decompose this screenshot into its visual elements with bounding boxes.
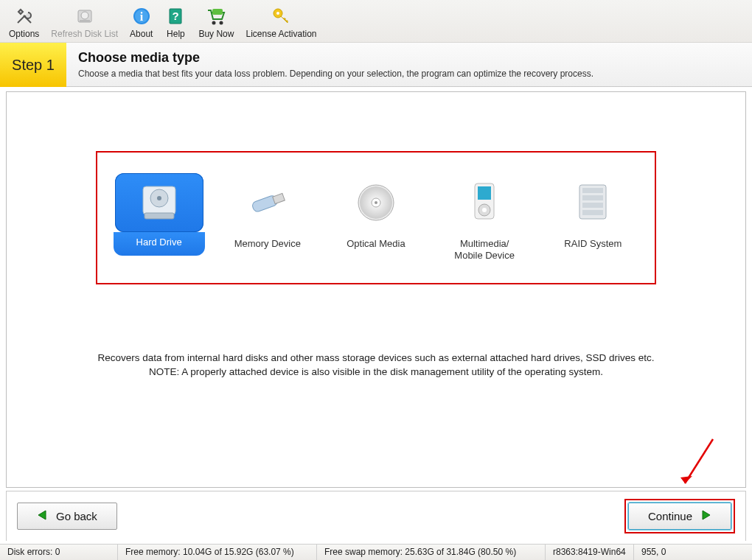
- svg-rect-2: [80, 20, 90, 22]
- cart-icon: [205, 5, 227, 27]
- status-swap-memory: Free swap memory: 25.63G of 31.84G (80.5…: [317, 545, 546, 560]
- media-optical[interactable]: Optical Media: [330, 173, 422, 262]
- usb-stick-icon: [223, 173, 312, 232]
- step-number: Step 1: [0, 43, 66, 87]
- refresh-label: Refresh Disk List: [51, 29, 118, 39]
- svg-point-9: [220, 21, 223, 25]
- svg-rect-29: [582, 195, 603, 200]
- drive-refresh-icon: [74, 5, 96, 27]
- key-icon: [270, 5, 292, 27]
- media-hard-drive-label: Hard Drive: [114, 232, 205, 256]
- go-back-button[interactable]: Go back: [17, 503, 117, 530]
- media-raid[interactable]: RAID System: [547, 173, 638, 262]
- svg-rect-28: [582, 188, 603, 193]
- svg-point-15: [157, 196, 161, 200]
- raid-icon: [549, 173, 637, 232]
- status-free-memory: Free memory: 10.04G of 15.92G (63.07 %): [118, 545, 317, 560]
- hard-drive-icon: [115, 173, 203, 232]
- license-label: License Activation: [246, 29, 316, 39]
- media-mobile[interactable]: Multimedia/ Mobile Device: [439, 173, 530, 262]
- help-icon: ?: [164, 5, 187, 27]
- help-label: Help: [167, 29, 185, 39]
- step-header: Step 1 Choose media type Choose a media …: [0, 43, 752, 87]
- annotation-arrow-icon: [676, 435, 720, 496]
- svg-line-32: [685, 439, 713, 483]
- arrow-left-icon: [37, 509, 49, 523]
- step-subtitle: Choose a media that best fits your data …: [78, 69, 593, 79]
- status-coords: 955, 0: [634, 545, 752, 560]
- media-description: Recovers data from internal hard disks a…: [59, 351, 693, 379]
- svg-rect-10: [212, 9, 223, 15]
- buy-now-button[interactable]: Buy Now: [192, 3, 240, 41]
- options-button[interactable]: Options: [3, 3, 45, 41]
- media-mobile-label: Multimedia/ Mobile Device: [439, 238, 530, 262]
- svg-point-8: [212, 21, 216, 25]
- ipod-icon: [440, 173, 529, 232]
- svg-point-1: [81, 12, 88, 19]
- main-panel: Hard Drive Memory Device Optical Media M…: [6, 91, 746, 488]
- nav-row: Go back Continue: [6, 491, 746, 541]
- media-memory-device[interactable]: Memory Device: [222, 173, 313, 262]
- media-raid-label: RAID System: [547, 238, 638, 250]
- svg-point-12: [276, 12, 279, 15]
- svg-point-26: [482, 208, 487, 212]
- media-hard-drive[interactable]: Hard Drive: [114, 173, 205, 262]
- go-back-label: Go back: [56, 510, 97, 522]
- help-button[interactable]: ? Help: [159, 3, 192, 41]
- buynow-label: Buy Now: [198, 29, 234, 39]
- continue-button[interactable]: Continue: [628, 503, 731, 530]
- info-icon: i: [130, 5, 153, 27]
- continue-label: Continue: [648, 510, 692, 522]
- status-bar: Disk errors: 0 Free memory: 10.04G of 15…: [0, 544, 752, 560]
- disc-icon: [332, 173, 420, 232]
- svg-marker-33: [680, 476, 692, 483]
- svg-point-22: [375, 201, 377, 204]
- arrow-right-icon: [700, 509, 711, 523]
- media-memory-label: Memory Device: [222, 238, 313, 250]
- step-title: Choose media type: [78, 50, 593, 66]
- tools-icon: [13, 5, 35, 27]
- svg-text:?: ?: [173, 10, 179, 22]
- svg-rect-31: [582, 210, 603, 215]
- status-build: r8363:8419-Win64: [546, 545, 634, 560]
- status-disk-errors: Disk errors: 0: [0, 545, 118, 560]
- about-button[interactable]: i About: [124, 3, 159, 41]
- svg-rect-18: [273, 193, 285, 203]
- svg-text:i: i: [140, 10, 144, 23]
- options-label: Options: [9, 29, 39, 39]
- svg-rect-30: [582, 203, 603, 208]
- toolbar: Options Refresh Disk List i About ? Help…: [0, 0, 752, 43]
- about-label: About: [130, 29, 153, 39]
- media-type-group: Hard Drive Memory Device Optical Media M…: [96, 151, 656, 284]
- svg-rect-16: [145, 213, 174, 219]
- svg-marker-35: [703, 511, 710, 519]
- refresh-disk-list-button[interactable]: Refresh Disk List: [45, 3, 124, 41]
- continue-highlight: Continue: [624, 499, 735, 533]
- media-optical-label: Optical Media: [330, 238, 422, 250]
- license-activation-button[interactable]: License Activation: [240, 3, 322, 41]
- svg-marker-34: [38, 511, 46, 519]
- step-description: Choose media type Choose a media that be…: [66, 43, 605, 86]
- svg-rect-24: [478, 186, 491, 200]
